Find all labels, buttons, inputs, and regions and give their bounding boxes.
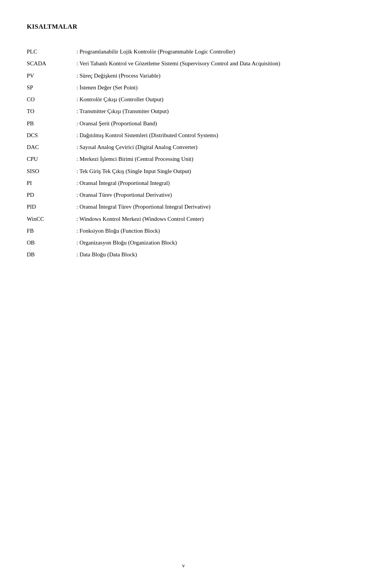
abbreviation-key: PV — [27, 70, 73, 82]
abbreviation-row: WinCC: Windows Kontrol Merkezi (Windows … — [27, 213, 340, 225]
abbreviation-row: SISO: Tek Giriş Tek Çıkış (Single Input … — [27, 165, 340, 177]
abbreviation-row: SCADA: Veri Tabanlı Kontrol ve Gözetleme… — [27, 58, 340, 70]
abbreviation-key: OB — [27, 237, 73, 249]
abbreviation-value: : Fonksiyon Bloğu (Function Block) — [73, 225, 340, 237]
abbreviation-row: DAC: Sayısal Analog Çevirici (Digital An… — [27, 141, 340, 153]
abbreviation-value: : Sayısal Analog Çevirici (Digital Analo… — [73, 141, 340, 153]
abbreviation-value: : Dağıtılmış Kontrol Sistemleri (Distrib… — [73, 130, 340, 141]
abbreviation-value: : Veri Tabanlı Kontrol ve Gözetleme Sist… — [73, 58, 340, 70]
abbreviation-value: : Süreç Değişkeni (Process Variable) — [73, 70, 340, 82]
abbreviation-key: SCADA — [27, 58, 73, 70]
abbreviation-row: PB: Oransal Şerit (Proportional Band) — [27, 118, 340, 130]
abbreviation-key: FB — [27, 225, 73, 237]
abbreviation-value: : Organizasyon Bloğu (Organization Block… — [73, 237, 340, 249]
abbreviation-row: FB: Fonksiyon Bloğu (Function Block) — [27, 225, 340, 237]
page-footer: v — [0, 563, 367, 569]
abbreviation-key: PI — [27, 177, 73, 189]
abbreviation-row: SP: İstenen Değer (Set Point) — [27, 82, 340, 94]
abbreviation-key: WinCC — [27, 213, 73, 225]
abbreviation-value: : Data Bloğu (Data Block) — [73, 249, 340, 261]
abbreviation-value: : Merkezi İşlemci Birimi (Central Proces… — [73, 153, 340, 165]
abbreviation-row: CO: Kontrolör Çıkışı (Controller Output) — [27, 94, 340, 105]
page-title: KISALTMALAR — [27, 23, 340, 31]
abbreviation-key: PID — [27, 201, 73, 213]
abbreviation-row: PI: Oransal İntegral (Proportional Integ… — [27, 177, 340, 189]
abbreviation-row: PLC: Programlanabilir Lojik Kontrolör (P… — [27, 46, 340, 58]
abbreviation-key: SISO — [27, 165, 73, 177]
abbreviation-key: PD — [27, 189, 73, 201]
abbreviation-row: TO: Transmitter Çıkışı (Transmiter Outpu… — [27, 105, 340, 117]
abbreviation-value: : Oransal İntegral (Proportional Integra… — [73, 177, 340, 189]
abbreviation-value: : Windows Kontrol Merkezi (Windows Contr… — [73, 213, 340, 225]
abbreviation-key: TO — [27, 105, 73, 117]
abbreviation-row: PV: Süreç Değişkeni (Process Variable) — [27, 70, 340, 82]
abbreviation-value: : İstenen Değer (Set Point) — [73, 82, 340, 94]
abbreviation-value: : Transmitter Çıkışı (Transmiter Output) — [73, 105, 340, 117]
abbreviation-row: CPU: Merkezi İşlemci Birimi (Central Pro… — [27, 153, 340, 165]
abbreviation-key: CPU — [27, 153, 73, 165]
abbreviation-row: DB: Data Bloğu (Data Block) — [27, 249, 340, 261]
abbreviation-key: PLC — [27, 46, 73, 58]
abbreviation-value: : Tek Giriş Tek Çıkış (Single Input Sing… — [73, 165, 340, 177]
abbreviation-key: DB — [27, 249, 73, 261]
abbreviations-table: PLC: Programlanabilir Lojik Kontrolör (P… — [27, 46, 340, 261]
abbreviation-row: PD: Oransal Türev (Proportional Derivati… — [27, 189, 340, 201]
abbreviation-key: SP — [27, 82, 73, 94]
abbreviation-key: DAC — [27, 141, 73, 153]
abbreviation-key: PB — [27, 118, 73, 130]
abbreviation-row: PID: Oransal İntegral Türev (Proportiona… — [27, 201, 340, 213]
abbreviation-key: DCS — [27, 130, 73, 141]
abbreviation-value: : Oransal İntegral Türev (Proportional I… — [73, 201, 340, 213]
abbreviation-key: CO — [27, 94, 73, 105]
abbreviation-value: : Oransal Şerit (Proportional Band) — [73, 118, 340, 130]
abbreviation-row: DCS: Dağıtılmış Kontrol Sistemleri (Dist… — [27, 130, 340, 141]
abbreviation-value: : Oransal Türev (Proportional Derivative… — [73, 189, 340, 201]
abbreviation-value: : Programlanabilir Lojik Kontrolör (Prog… — [73, 46, 340, 58]
abbreviation-value: : Kontrolör Çıkışı (Controller Output) — [73, 94, 340, 105]
abbreviation-row: OB: Organizasyon Bloğu (Organization Blo… — [27, 237, 340, 249]
